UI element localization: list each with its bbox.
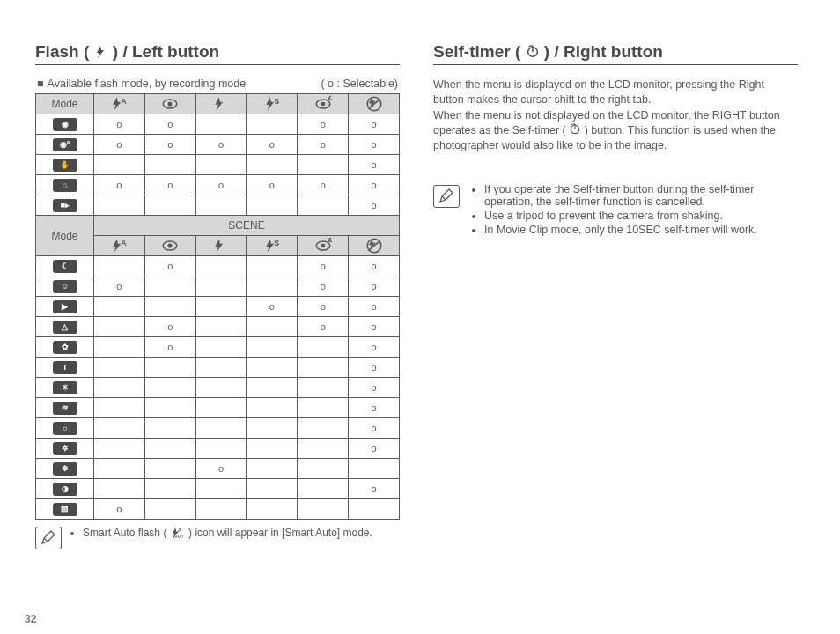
- table-cell: [247, 317, 298, 337]
- table-cell: [247, 418, 298, 439]
- table-cell: [247, 358, 298, 378]
- table-row: ✿oo: [36, 337, 400, 358]
- table-cell: [195, 256, 247, 276]
- table-cell: o: [349, 297, 400, 317]
- smart-auto-flash-icon: [170, 527, 186, 539]
- backlight-mode-icon: ☼: [53, 422, 77, 435]
- table-cell: [298, 337, 349, 358]
- table-cell: [144, 499, 195, 520]
- flash-auto-icon: [110, 95, 128, 113]
- selftimer-notes: If you operate the Self-timer button dur…: [433, 183, 798, 238]
- table-cell: o: [94, 499, 145, 520]
- table-cell: [247, 398, 298, 418]
- note-icon: [433, 185, 460, 208]
- table-cell: [94, 358, 145, 378]
- table-cell: o: [349, 398, 400, 418]
- table-row: ◑o: [36, 479, 400, 499]
- table-cell: [195, 337, 247, 358]
- table-row: ▧o: [36, 499, 400, 520]
- table-cell: [247, 499, 298, 520]
- table-cell: [144, 378, 195, 398]
- table-cell: o: [349, 276, 400, 297]
- table-cell: [298, 378, 349, 398]
- mode-header: Mode: [36, 94, 94, 114]
- program-mode-icon: ⌂: [53, 179, 77, 192]
- table-cell: o: [349, 135, 400, 155]
- table-cell: [298, 155, 349, 175]
- flash-section: Flash ( ) / Left button ■Available flash…: [35, 35, 400, 634]
- table-cell: o: [298, 317, 349, 337]
- dual-is-mode-icon: ✋: [53, 158, 77, 172]
- flash-fill-icon: [212, 237, 230, 254]
- note-item: If you operate the Self-timer button dur…: [484, 183, 798, 208]
- table-cell: [94, 337, 145, 358]
- table-cell: o: [349, 256, 400, 276]
- camera-mode-icon: ◉: [53, 118, 77, 131]
- table-row: ⌂oooooo: [36, 175, 400, 195]
- table-cell: [144, 276, 195, 297]
- table-cell: o: [349, 195, 400, 216]
- table-cell: o: [298, 276, 349, 297]
- table-cell: [195, 479, 247, 499]
- table-cell: [195, 297, 247, 317]
- flash-auto-icon: [110, 237, 128, 254]
- table-cell: [94, 317, 145, 337]
- table-cell: [298, 195, 349, 216]
- table-cell: [298, 418, 349, 439]
- table-cell: [94, 418, 145, 439]
- flash-heading: Flash ( ) / Left button: [35, 42, 400, 65]
- sunset-mode-icon: ☀: [53, 381, 77, 394]
- table-cell: [195, 358, 247, 378]
- table-cell: o: [144, 135, 195, 155]
- table-row: ✋o: [36, 155, 400, 175]
- table-cell: [298, 398, 349, 418]
- table-cell: [247, 155, 298, 175]
- flash-footnote: Smart Auto flash ( ) icon will appear in…: [35, 527, 400, 549]
- table-cell: o: [349, 337, 400, 358]
- flash-icon: [94, 44, 108, 58]
- table-cell: o: [349, 439, 400, 459]
- table-cell: [144, 439, 195, 459]
- movie-mode-icon: ■▸: [53, 199, 77, 212]
- table-cell: [94, 398, 145, 418]
- table-cell: o: [349, 378, 400, 398]
- table-cell: [94, 155, 145, 175]
- firework-mode-icon: ✲: [53, 442, 77, 455]
- table-cell: [195, 499, 247, 520]
- table-cell: [94, 439, 145, 459]
- table-cell: o: [195, 175, 247, 195]
- beach-snow-mode-icon: ❄: [53, 462, 77, 476]
- note-item: In Movie Clip mode, only the 10SEC self-…: [484, 224, 798, 236]
- table-row: ≋o: [36, 398, 400, 418]
- table-row: ◉oooo: [36, 114, 400, 135]
- caption-left: Available flash mode, by recording mode: [48, 77, 247, 90]
- redeye-fix-icon: [314, 95, 332, 113]
- table-cell: [247, 439, 298, 459]
- table-cell: [94, 479, 145, 499]
- flash-slow-icon: [263, 95, 281, 113]
- table-cell: o: [298, 114, 349, 135]
- table-cell: [195, 439, 247, 459]
- table-row: ☾ooo: [36, 256, 400, 276]
- text-mode-icon: T: [53, 361, 77, 374]
- footnote-post: ) icon will appear in [Smart Auto] mode.: [188, 527, 372, 539]
- table-cell: [247, 337, 298, 358]
- table-cell: [298, 479, 349, 499]
- table-cell: [247, 479, 298, 499]
- table-cell: [195, 114, 247, 135]
- table-cell: [195, 378, 247, 398]
- table-cell: [94, 256, 145, 276]
- table-cell: [195, 317, 247, 337]
- table-cell: [144, 459, 195, 479]
- selftimer-heading-pre: Self-timer (: [433, 42, 520, 61]
- flash-table: Mode ◉oooo◉ᴾoooooo✋o⌂oooooo■▸o Mode SCEN…: [35, 93, 400, 520]
- table-cell: [247, 114, 298, 135]
- dawn-mode-icon: ≋: [53, 402, 77, 415]
- selftimer-section: Self-timer ( ) / Right button When the m…: [433, 35, 798, 634]
- table-row: ▶ooo: [36, 297, 400, 317]
- footnote-pre: Smart Auto flash (: [83, 527, 166, 539]
- camera-p-mode-icon: ◉ᴾ: [53, 138, 77, 151]
- table-cell: o: [195, 135, 247, 155]
- table-cell: [195, 276, 247, 297]
- table-cell: [144, 479, 195, 499]
